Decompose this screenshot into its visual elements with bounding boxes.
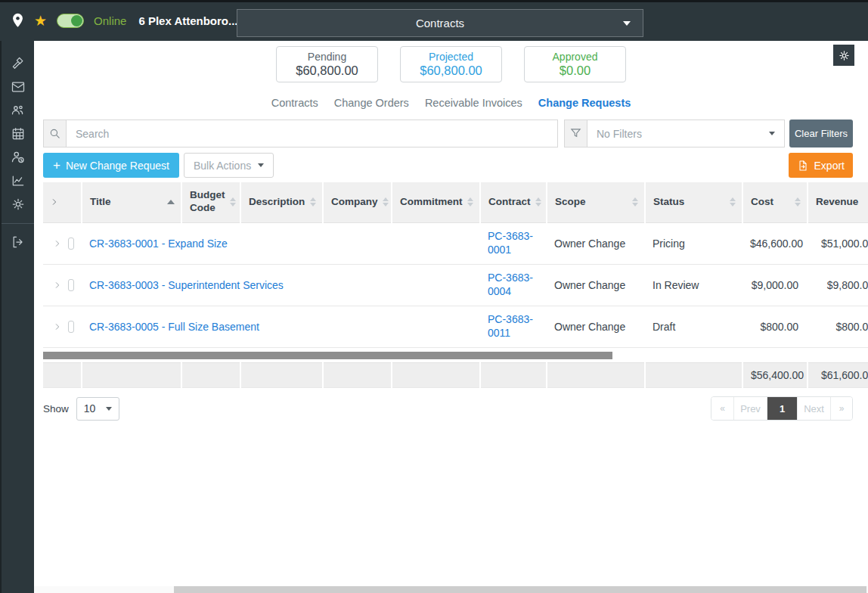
column-title[interactable]: Title (82, 182, 181, 222)
tab-contracts[interactable]: Contracts (271, 97, 318, 109)
column-commitment[interactable]: Commitment (392, 182, 480, 222)
sidebar-item-calendar[interactable] (2, 122, 34, 145)
prev-page-button[interactable]: Prev (733, 397, 767, 420)
export-icon (797, 160, 809, 172)
column-scope[interactable]: Scope (547, 182, 645, 222)
clear-filters-button[interactable]: Clear Filters (789, 120, 853, 147)
sidebar-item-time[interactable] (2, 145, 34, 169)
status-cell: Pricing (645, 222, 742, 264)
online-status-label: Online (94, 14, 126, 27)
filter-group: No Filters (564, 120, 785, 147)
column-label: Title (90, 196, 111, 209)
sort-icons (795, 197, 801, 206)
tab-receivable-invoices[interactable]: Receivable Invoices (425, 97, 522, 109)
total-cost: $56,400.00 (742, 362, 808, 387)
page-size-value: 10 (84, 402, 96, 414)
funnel-iconbox (564, 120, 587, 147)
chevron-down-icon (258, 163, 264, 167)
first-page-button[interactable]: « (711, 397, 733, 420)
sort-icons (730, 197, 736, 206)
search-input[interactable] (67, 120, 558, 147)
column-expand[interactable] (43, 182, 82, 222)
commitment-cell (392, 306, 480, 347)
sort-icons (383, 197, 389, 206)
column-label: Cost (751, 196, 773, 209)
cost-cell: $800.00 (742, 306, 808, 347)
column-budget-code[interactable]: Budget Code (181, 182, 240, 222)
sort-icons (230, 197, 236, 206)
search-icon (48, 127, 61, 140)
change-request-link[interactable]: CR-3683-0001 - Expand Size (89, 238, 228, 250)
approved-card[interactable]: Approved $0.00 (524, 46, 626, 82)
new-change-request-button[interactable]: + New Change Request (43, 153, 179, 178)
table-row: CR-3683-0005 - Full Size Basement PC-368… (43, 306, 868, 347)
cost-cell: $9,000.00 (742, 264, 808, 306)
revenue-cell: $9,800.00 (808, 264, 868, 306)
last-page-button[interactable]: » (830, 397, 852, 420)
location-pin-icon[interactable] (11, 13, 24, 28)
bulk-actions-button[interactable]: Bulk Actions (184, 153, 274, 178)
contract-link[interactable]: PC-3683-0001 (488, 230, 533, 256)
online-toggle[interactable] (57, 14, 84, 28)
expand-chevron-icon[interactable] (54, 321, 61, 333)
show-label: Show (43, 403, 69, 414)
column-company[interactable]: Company (323, 182, 392, 222)
sidebar-item-team[interactable] (2, 98, 34, 122)
commitment-cell (392, 222, 480, 264)
column-status[interactable]: Status (645, 182, 742, 222)
pagination: « Prev 1 Next » (711, 396, 853, 421)
row-checkbox[interactable] (68, 321, 74, 333)
expand-chevron-icon[interactable] (54, 238, 61, 250)
column-label: Status (653, 196, 684, 209)
tab-change-requests[interactable]: Change Requests (538, 97, 631, 109)
row-checkbox[interactable] (68, 279, 74, 291)
revenue-cell: $800.00 (808, 306, 868, 347)
projected-card[interactable]: Projected $60,800.00 (400, 46, 502, 82)
module-dropdown[interactable]: Contracts (237, 9, 643, 37)
scrollbar-thumb[interactable] (174, 586, 866, 593)
change-request-link[interactable]: CR-3683-0003 - Superintendent Services (89, 279, 284, 291)
sidebar-item-projects[interactable] (2, 51, 34, 75)
chevron-down-icon (769, 132, 775, 135)
tab-change-orders[interactable]: Change Orders (334, 97, 409, 109)
sort-icons (535, 197, 541, 206)
card-label: Pending (308, 50, 346, 64)
current-page-button[interactable]: 1 (767, 397, 797, 420)
new-change-request-label: New Change Request (66, 160, 169, 172)
scrollbar-thumb[interactable] (43, 352, 612, 359)
card-value: $60,800.00 (420, 64, 482, 79)
contract-link[interactable]: PC-3683-0011 (488, 313, 533, 339)
sort-icons (310, 197, 316, 206)
change-request-link[interactable]: CR-3683-0005 - Full Size Basement (89, 321, 259, 333)
filters-dropdown-value: No Filters (597, 128, 642, 140)
module-dropdown-value: Contracts (416, 17, 464, 29)
sidebar-item-messages[interactable] (2, 75, 34, 98)
column-contract[interactable]: Contract (480, 182, 547, 222)
page-size-dropdown[interactable]: 10 (76, 397, 119, 421)
column-cost[interactable]: Cost (742, 182, 808, 222)
next-page-button[interactable]: Next (797, 397, 830, 420)
favorite-star-icon[interactable]: ★ (34, 14, 47, 28)
summary-cards: Pending $60,800.00 Projected $60,800.00 … (34, 46, 868, 82)
cost-cell: $46,600.00 (742, 222, 808, 264)
row-checkbox[interactable] (68, 238, 74, 250)
column-description[interactable]: Description (240, 182, 323, 222)
pending-card[interactable]: Pending $60,800.00 (276, 46, 378, 82)
table-row: CR-3683-0001 - Expand Size PC-3683-0001 … (43, 222, 868, 264)
total-revenue: $61,600.00 (808, 362, 868, 387)
contract-link[interactable]: PC-3683-0004 (488, 272, 533, 297)
totals-row: $56,400.00 $61,600.00 (43, 362, 868, 387)
sidebar-item-logout[interactable] (2, 230, 34, 253)
column-label: Contract (488, 196, 531, 209)
pagination-bar: Show 10 « Prev 1 Next » (43, 396, 853, 421)
sidebar-item-reports[interactable] (2, 169, 34, 192)
expand-chevron-icon[interactable] (54, 279, 61, 291)
card-value: $60,800.00 (296, 64, 358, 79)
card-label: Projected (429, 50, 473, 64)
project-name[interactable]: 6 Plex Attenboro... (138, 14, 237, 27)
card-label: Approved (553, 50, 598, 64)
export-button[interactable]: Export (789, 153, 853, 178)
filters-dropdown[interactable]: No Filters (587, 120, 785, 147)
column-revenue[interactable]: Revenue (808, 182, 868, 222)
sidebar-item-settings[interactable] (2, 192, 34, 216)
